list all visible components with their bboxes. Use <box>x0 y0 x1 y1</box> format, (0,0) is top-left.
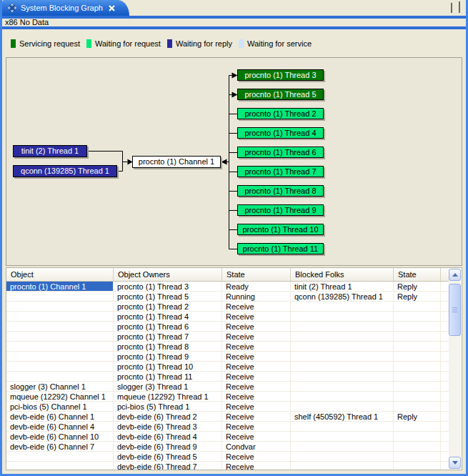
column-header-object[interactable]: Object <box>6 268 114 281</box>
cell-blocked-state[interactable] <box>394 392 441 402</box>
cell-state[interactable]: Receive <box>222 392 291 402</box>
graph-node-thread[interactable]: procnto (1) Thread 11 <box>237 243 324 254</box>
graph-node-procnto-channel[interactable]: procnto (1) Channel 1 <box>132 156 221 168</box>
cell-blocked-state[interactable] <box>394 442 441 452</box>
graph-node-thread[interactable]: procnto (1) Thread 3 <box>237 69 324 81</box>
maximize-button[interactable] <box>459 4 460 12</box>
table-row[interactable]: procnto (1) Thread 4Receive <box>6 312 449 322</box>
graph-node-thread[interactable]: procnto (1) Thread 9 <box>237 204 324 216</box>
cell-state[interactable]: Receive <box>222 332 291 342</box>
cell-state[interactable]: Receive <box>222 402 291 412</box>
cell-blocked-state[interactable] <box>394 452 441 462</box>
cell-state[interactable]: Receive <box>222 452 291 462</box>
table-row[interactable]: devb-eide (6) Thread 5Receive <box>6 452 449 462</box>
cell-blocked-folks[interactable] <box>291 402 394 412</box>
cell-object-owner[interactable]: slogger (3) Thread 1 <box>114 382 222 392</box>
table-row[interactable]: procnto (1) Thread 6Receive <box>6 322 449 332</box>
cell-object[interactable]: devb-eide (6) Channel 7 <box>6 442 114 452</box>
scroll-down-button[interactable] <box>449 457 461 469</box>
table-row[interactable]: procnto (1) Thread 8Receive <box>6 342 449 352</box>
cell-object[interactable] <box>6 322 114 332</box>
table-row[interactable]: procnto (1) Thread 10Receive <box>6 362 449 372</box>
table-row[interactable]: devb-eide (6) Channel 7devb-eide (6) Thr… <box>6 442 449 452</box>
cell-blocked-folks[interactable] <box>291 332 394 342</box>
cell-object-owner[interactable]: pci-bios (5) Thread 1 <box>114 402 222 412</box>
cell-blocked-folks[interactable] <box>291 392 394 402</box>
cell-state[interactable]: Receive <box>222 302 291 312</box>
cell-object-owner[interactable]: procnto (1) Thread 2 <box>114 302 222 312</box>
cell-blocked-state[interactable] <box>394 322 441 332</box>
cell-object-owner[interactable]: procnto (1) Thread 10 <box>114 362 222 372</box>
cell-state[interactable]: Receive <box>222 312 291 322</box>
cell-object[interactable] <box>6 362 114 372</box>
cell-blocked-state[interactable] <box>394 372 441 382</box>
cell-state[interactable]: Condvar <box>222 442 291 452</box>
graph-node-tinit-thread[interactable]: tinit (2) Thread 1 <box>13 145 87 157</box>
cell-state[interactable]: Ready <box>222 282 291 292</box>
vertical-scrollbar[interactable] <box>449 269 461 469</box>
table-row[interactable]: devb-eide (6) Channel 10devb-eide (6) Th… <box>6 432 449 442</box>
cell-blocked-folks[interactable] <box>291 322 394 332</box>
cell-object-owner[interactable]: procnto (1) Thread 3 <box>114 282 222 292</box>
cell-blocked-state[interactable] <box>394 432 441 442</box>
graph-node-thread[interactable]: procnto (1) Thread 7 <box>237 166 324 177</box>
scroll-up-button[interactable] <box>449 269 461 281</box>
graph-node-thread[interactable]: procnto (1) Thread 4 <box>237 127 324 139</box>
column-header-blocked-folks[interactable]: Blocked Folks <box>291 268 394 281</box>
cell-object-owner[interactable]: procnto (1) Thread 11 <box>114 372 222 382</box>
cell-state[interactable]: Receive <box>222 432 291 442</box>
cell-state[interactable]: Receive <box>222 382 291 392</box>
cell-blocked-state[interactable] <box>394 302 441 312</box>
cell-blocked-folks[interactable] <box>291 462 394 470</box>
cell-object[interactable] <box>6 462 114 470</box>
cell-state[interactable]: Receive <box>222 352 291 362</box>
cell-object-owner[interactable]: devb-eide (6) Thread 4 <box>114 432 222 442</box>
cell-blocked-folks[interactable] <box>291 342 394 352</box>
cell-blocked-state[interactable] <box>394 332 441 342</box>
close-icon[interactable] <box>109 5 115 11</box>
cell-state[interactable]: Receive <box>222 322 291 332</box>
cell-object-owner[interactable]: procnto (1) Thread 4 <box>114 312 222 322</box>
cell-object-owner[interactable]: devb-eide (6) Thread 5 <box>114 452 222 462</box>
table-row[interactable]: procnto (1) Thread 11Receive <box>6 372 449 382</box>
cell-state[interactable]: Receive <box>222 462 291 470</box>
graph-node-qconn-thread[interactable]: qconn (139285) Thread 1 <box>13 165 117 177</box>
graph-node-thread[interactable]: procnto (1) Thread 2 <box>237 108 324 119</box>
cell-object[interactable]: procnto (1) Channel 1 <box>6 282 114 292</box>
cell-state[interactable]: Receive <box>222 362 291 372</box>
cell-object[interactable]: devb-eide (6) Channel 1 <box>6 412 114 422</box>
table-row[interactable]: procnto (1) Thread 5Runningqconn (139285… <box>6 292 449 302</box>
cell-blocked-state[interactable] <box>394 462 441 470</box>
scrollbar-thumb[interactable] <box>449 284 461 336</box>
cell-object[interactable] <box>6 332 114 342</box>
cell-blocked-state[interactable] <box>394 352 441 362</box>
column-header-state[interactable]: State <box>222 268 291 281</box>
cell-object-owner[interactable]: devb-eide (6) Thread 3 <box>114 422 222 432</box>
cell-object-owner[interactable]: procnto (1) Thread 9 <box>114 352 222 362</box>
cell-object[interactable] <box>6 352 114 362</box>
cell-state[interactable]: Receive <box>222 342 291 352</box>
graph-node-thread[interactable]: procnto (1) Thread 10 <box>237 224 324 235</box>
cell-blocked-state[interactable]: Reply <box>394 282 441 292</box>
cell-object-owner[interactable]: devb-eide (6) Thread 9 <box>114 442 222 452</box>
cell-blocked-state[interactable] <box>394 422 441 432</box>
graph-node-thread[interactable]: procnto (1) Thread 6 <box>237 147 324 158</box>
column-header-object-owners[interactable]: Object Owners <box>114 268 222 281</box>
cell-object[interactable] <box>6 342 114 352</box>
cell-blocked-folks[interactable] <box>291 372 394 382</box>
cell-state[interactable]: Running <box>222 292 291 302</box>
cell-state[interactable]: Receive <box>222 422 291 432</box>
cell-object-owner[interactable]: procnto (1) Thread 8 <box>114 342 222 352</box>
cell-blocked-folks[interactable] <box>291 312 394 322</box>
table-row[interactable]: procnto (1) Thread 7Receive <box>6 332 449 342</box>
cell-object-owner[interactable]: mqueue (12292) Thread 1 <box>114 392 222 402</box>
graph-node-thread[interactable]: procnto (1) Thread 5 <box>237 89 324 100</box>
cell-blocked-folks[interactable] <box>291 302 394 312</box>
cell-blocked-folks[interactable] <box>291 452 394 462</box>
graph-node-thread[interactable]: procnto (1) Thread 8 <box>237 185 324 197</box>
cell-object[interactable] <box>6 292 114 302</box>
table-row[interactable]: procnto (1) Thread 9Receive <box>6 352 449 362</box>
cell-blocked-folks[interactable] <box>291 352 394 362</box>
column-header-state[interactable]: State <box>394 268 441 281</box>
cell-object[interactable]: devb-eide (6) Channel 4 <box>6 422 114 432</box>
